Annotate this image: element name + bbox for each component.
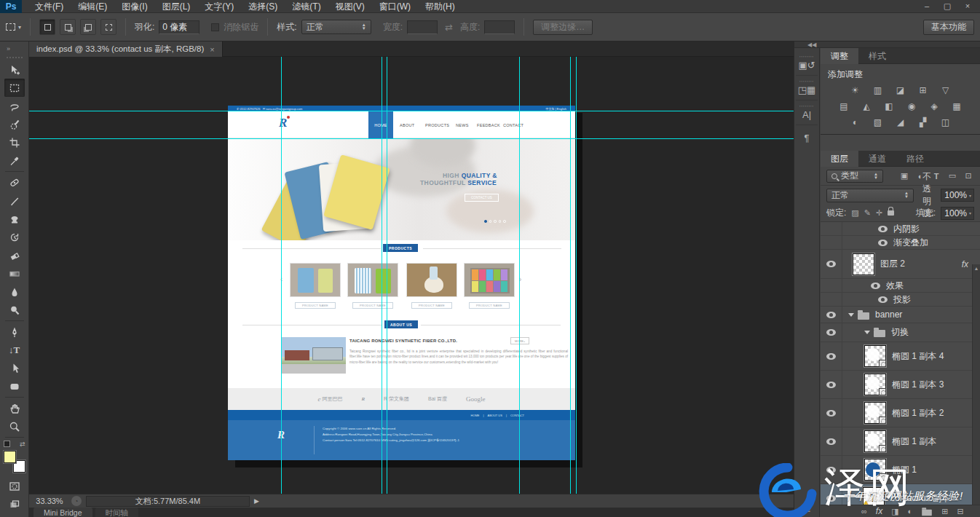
- visibility-eye-icon[interactable]: [826, 329, 836, 336]
- panel-menu-icon[interactable]: ▾≡: [803, 507, 810, 517]
- carousel-dots[interactable]: [484, 220, 506, 223]
- lock-all-icon[interactable]: [888, 210, 894, 216]
- product-image-1[interactable]: [290, 263, 341, 297]
- layer-effects-header-row[interactable]: 效果: [821, 279, 980, 293]
- tab-paths[interactable]: 路径: [896, 151, 934, 167]
- menu-view[interactable]: 视图(V): [328, 0, 372, 13]
- filter-pixel-layers-icon[interactable]: ▣: [898, 171, 910, 181]
- menu-image[interactable]: 图像(I): [114, 0, 154, 13]
- swap-dimensions-icon[interactable]: ⇄: [445, 22, 453, 33]
- group-expand-icon[interactable]: [864, 331, 870, 334]
- layers-scrollbar[interactable]: ▲: [972, 264, 980, 505]
- lasso-tool[interactable]: [4, 97, 25, 115]
- partner-baidu-logo[interactable]: Bai 百度: [428, 395, 447, 403]
- hue-saturation-icon[interactable]: ▤: [836, 100, 852, 112]
- layer-filter-dropdown[interactable]: 类型 ▲▼: [826, 170, 883, 183]
- new-adjustment-layer-icon[interactable]: ◐: [908, 507, 913, 516]
- swap-colors-icon[interactable]: ⇄: [20, 441, 25, 448]
- opacity-value[interactable]: 100%▾: [941, 189, 974, 202]
- nav-products[interactable]: PRODUCTS: [425, 111, 449, 138]
- paragraph-panel-icon[interactable]: ¶: [796, 125, 818, 150]
- tab-layers[interactable]: 图层: [821, 151, 858, 167]
- menu-window[interactable]: 窗口(W): [372, 0, 418, 13]
- guide-horizontal-2[interactable]: [29, 138, 794, 139]
- photo-filter-icon[interactable]: ◉: [904, 100, 920, 112]
- layer-effect-row[interactable]: 投影: [821, 293, 980, 307]
- guide-vertical-2[interactable]: [382, 57, 382, 494]
- dodge-tool[interactable]: [4, 301, 25, 319]
- menu-help[interactable]: 帮助(H): [418, 0, 462, 13]
- visibility-eye-icon[interactable]: [826, 382, 836, 388]
- antialias-checkbox[interactable]: [211, 23, 219, 31]
- eyedropper-tool[interactable]: [4, 151, 25, 170]
- product-image-2[interactable]: [347, 263, 398, 297]
- tab-channels[interactable]: 通道: [858, 151, 896, 167]
- menu-type[interactable]: 文字(Y): [197, 0, 241, 13]
- menu-filter[interactable]: 滤镜(T): [285, 0, 328, 13]
- carousel-dot-active[interactable]: [484, 220, 487, 223]
- visibility-eye-icon[interactable]: [826, 438, 836, 445]
- crop-tool[interactable]: [4, 133, 25, 151]
- layer-fx-badge[interactable]: fx: [962, 259, 968, 269]
- feather-input[interactable]: [159, 20, 199, 34]
- shape-layer-thumbnail[interactable]: [864, 345, 886, 367]
- visibility-eye-icon[interactable]: [826, 495, 836, 502]
- layer-thumbnail[interactable]: [853, 253, 874, 275]
- history-brush-tool[interactable]: [4, 228, 25, 246]
- lock-position-icon[interactable]: ✛: [876, 208, 882, 218]
- threshold-icon[interactable]: ◢: [893, 117, 909, 128]
- blend-mode-dropdown[interactable]: 正常 ▲▼: [826, 189, 914, 202]
- visibility-eye-icon[interactable]: [826, 410, 836, 417]
- rectangular-marquee-tool[interactable]: [4, 79, 25, 97]
- menu-layer[interactable]: 图层(L): [155, 0, 198, 13]
- new-layer-icon[interactable]: ⊞: [941, 507, 948, 516]
- visibility-eye-icon[interactable]: [878, 226, 888, 232]
- quick-selection-tool[interactable]: [4, 115, 25, 133]
- eraser-tool[interactable]: [4, 246, 25, 264]
- status-clock-icon[interactable]: ◔: [71, 496, 82, 506]
- gradient-tool[interactable]: [4, 264, 25, 283]
- layer-effect-row[interactable]: 内阴影: [821, 222, 980, 236]
- quick-mask-button[interactable]: [4, 477, 25, 495]
- levels-icon[interactable]: ▥: [870, 84, 886, 96]
- lock-transparency-icon[interactable]: ▨: [851, 208, 858, 218]
- gradient-map-icon[interactable]: ▞: [915, 117, 931, 128]
- spot-healing-brush-tool[interactable]: [4, 173, 25, 192]
- foreground-color-swatch[interactable]: [4, 451, 16, 463]
- nav-feedback[interactable]: FEEDBACK: [477, 111, 500, 138]
- tab-close-icon[interactable]: ×: [210, 45, 214, 54]
- selection-add-button[interactable]: [60, 19, 76, 35]
- layer-row[interactable]: 图层 2 fx: [821, 250, 980, 279]
- selection-intersect-button[interactable]: [100, 19, 116, 35]
- delete-layer-icon[interactable]: ⊟: [957, 507, 963, 516]
- layer-group-row[interactable]: 切换: [821, 323, 980, 342]
- character-panel-icon[interactable]: ''''''''A|: [796, 100, 818, 125]
- product-image-4[interactable]: [464, 263, 515, 297]
- channel-mixer-icon[interactable]: ◈: [926, 100, 942, 112]
- ellipse-layer-thumbnail[interactable]: [864, 459, 886, 481]
- site-language-switch[interactable]: 中文版 | English: [546, 107, 566, 111]
- tab-styles[interactable]: 样式: [858, 48, 896, 64]
- about-more-button[interactable]: MORE+: [510, 337, 529, 344]
- dock-collapse-icon[interactable]: ◀◀: [794, 42, 980, 48]
- shape-layer-thumbnail[interactable]: [864, 374, 886, 395]
- guide-horizontal-1[interactable]: [29, 111, 794, 111]
- curves-icon[interactable]: ◪: [893, 84, 909, 96]
- layer-row[interactable]: 椭圆 1: [821, 456, 980, 484]
- footer-link-home[interactable]: HOME: [470, 414, 479, 417]
- color-balance-icon[interactable]: ◭: [858, 100, 874, 112]
- shape-layer-thumbnail[interactable]: [864, 430, 886, 452]
- layer-row[interactable]: 椭圆 1 副本 2: [821, 399, 980, 427]
- tab-mini-bridge[interactable]: Mini Bridge: [33, 508, 92, 517]
- posterize-icon[interactable]: ▧: [870, 117, 886, 128]
- visibility-eye-icon[interactable]: [826, 312, 836, 318]
- screen-mode-button[interactable]: [4, 495, 25, 513]
- document-size-info[interactable]: 文档:5.77M/85.4M: [86, 496, 250, 507]
- properties-panel-icon[interactable]: ''''''''◳▦: [796, 76, 818, 100]
- banner-contact-us-button[interactable]: CONTACT US: [465, 194, 499, 202]
- black-white-icon[interactable]: ◧: [881, 100, 897, 112]
- brightness-contrast-icon[interactable]: ☀: [847, 84, 864, 96]
- footer-link-about[interactable]: ABOUT US: [488, 414, 502, 417]
- move-tool[interactable]: [4, 60, 25, 79]
- layer-row-selected[interactable]: T⚠ contact us 副本: [821, 484, 980, 505]
